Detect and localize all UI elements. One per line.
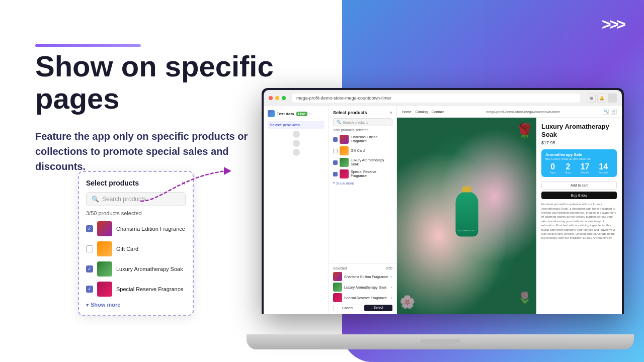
panel-selected-section: Selected 3/50 Charisma Edition Fragrance… xyxy=(329,263,396,314)
cart-nav-icon[interactable]: 🛒 xyxy=(611,109,617,115)
product-item-0[interactable]: Charisma Edition Fragrance xyxy=(86,221,186,236)
rose-decoration-1: 🌹 xyxy=(515,123,534,140)
checkbox-giftcard[interactable] xyxy=(86,245,93,252)
sidebar-menu-item-select[interactable]: Select products xyxy=(268,121,325,129)
panel-checkbox-0[interactable] xyxy=(333,137,338,142)
search-nav-icon[interactable]: 🔍 xyxy=(603,109,609,115)
product-item-2[interactable]: Luxury Aromatherapy Soak xyxy=(86,261,186,277)
browser-icon-3 xyxy=(608,94,617,103)
selected-thumb-0 xyxy=(333,272,342,281)
thumb-soak xyxy=(97,261,112,277)
panel-search-icon: 🔍 xyxy=(337,120,341,124)
browser-main: Select products × 🔍 Search products 3/50… xyxy=(329,106,622,314)
nav-contact[interactable]: Contact xyxy=(432,110,444,114)
cancel-button[interactable]: Cancel xyxy=(333,305,362,311)
product-info-price: $17.95 xyxy=(541,140,617,145)
checkbox-soak[interactable] xyxy=(86,265,93,273)
countdown-numbers: 0 Days 2 Hours 17 Minute xyxy=(545,163,613,174)
panel-search-placeholder: Search products xyxy=(343,121,368,124)
browser-chrome: mega-profit-demo-store-mega-countdown-ti… xyxy=(264,90,622,106)
panel-item-2[interactable]: Luxury Aromatherapy Soak xyxy=(333,158,392,167)
sidebar-icon-3[interactable] xyxy=(293,149,300,156)
countdown-title: Aromatherapy Sale xyxy=(545,152,613,157)
panel-thumb-1 xyxy=(340,146,349,155)
browser-icon-1: ⊞ xyxy=(587,94,596,103)
selected-remove-1[interactable]: × xyxy=(390,286,392,289)
nav-icons: 🔍 🛒 xyxy=(603,109,617,115)
card-close-button[interactable]: × xyxy=(182,179,186,187)
browser-icon-2: 🔔 xyxy=(597,94,606,103)
sidebar-icon-2[interactable] xyxy=(293,140,300,147)
selected-name-1: Luxury Aromatherapy Soak xyxy=(344,286,388,289)
panel-checkbox-2[interactable] xyxy=(333,160,338,165)
panel-checkbox-1[interactable] xyxy=(333,149,338,153)
checkbox-charisma[interactable] xyxy=(86,225,93,232)
add-to-cart-button[interactable]: Add to cart xyxy=(541,181,617,190)
countdown-widget: Aromatherapy Sale Buy Luxury Soak at 39%… xyxy=(541,149,617,177)
product-name-charisma: Charisma Edition Fragrance xyxy=(116,225,185,232)
card-header: Select products × xyxy=(86,179,186,187)
store-url: mega-profit-demo-store-mega-countdown-ti… xyxy=(448,110,599,114)
panel-header: Select products × xyxy=(333,110,392,115)
bottle-container: VICTORIA SECRET xyxy=(455,191,478,236)
card-title: Select products xyxy=(86,179,139,187)
panel-show-more[interactable]: ▾ Show more xyxy=(333,181,392,185)
panel-checkbox-3[interactable] xyxy=(333,172,338,176)
rose-decoration-3: 🌷 xyxy=(518,291,531,304)
select-panel: Select products × 🔍 Search products 3/50… xyxy=(329,106,397,314)
panel-item-name-0: Charisma Edition Fragrance xyxy=(351,135,392,144)
browser-close-dot xyxy=(269,96,273,100)
product-item-3[interactable]: Special Reserve Fragrance xyxy=(86,282,186,297)
panel-item-0[interactable]: Charisma Edition Fragrance xyxy=(333,135,392,144)
panel-selected-2: Special Reserve Fragrance × xyxy=(333,293,392,302)
bottle-label: VICTORIA SECRET xyxy=(458,229,476,231)
app-logo-icon xyxy=(268,110,275,117)
product-item-1[interactable]: Gift Card xyxy=(86,241,186,256)
arrows-decoration: >>> xyxy=(602,15,624,34)
panel-item-1[interactable]: Gift Card xyxy=(333,146,392,155)
selected-thumb-1 xyxy=(333,283,342,292)
panel-search-box[interactable]: 🔍 Search products xyxy=(333,118,392,126)
panel-selected-1: Luxury Aromatherapy Soak × xyxy=(333,283,392,292)
selected-remove-2[interactable]: × xyxy=(390,296,392,300)
store-body: VICTORIA SECRET 🌹 🌸 🌷 Luxury Aromatherap… xyxy=(397,118,622,314)
product-name-soak: Luxury Aromatherapy Soak xyxy=(116,265,183,273)
card-search-box[interactable]: 🔍 Search products xyxy=(86,192,186,206)
thumb-charisma xyxy=(97,221,112,236)
panel-item-name-3: Special Reserve Fragrance xyxy=(351,170,392,178)
selected-name-2: Special Reserve Fragrance xyxy=(344,296,388,300)
nav-home[interactable]: Home xyxy=(402,110,412,114)
panel-close-button[interactable]: × xyxy=(390,110,392,115)
panel-item-3[interactable]: Special Reserve Fragrance xyxy=(333,169,392,178)
panel-chevron-down-icon: ▾ xyxy=(333,181,335,185)
rose-decoration-2: 🌸 xyxy=(399,295,415,309)
thumb-reserve xyxy=(97,282,112,297)
panel-actions: Cancel Select xyxy=(333,305,392,311)
show-more-button[interactable]: ▾ Show more xyxy=(86,302,186,308)
browser-minimize-dot xyxy=(275,96,279,100)
laptop-notch xyxy=(420,339,460,343)
select-button[interactable]: Select xyxy=(364,305,392,311)
store-product-image: VICTORIA SECRET 🌹 🌸 🌷 xyxy=(397,118,536,314)
store-nav: Home Catalog Contact mega-profit-demo-st… xyxy=(397,106,622,118)
panel-selected-0: Charisma Edition Fragrance × xyxy=(333,272,392,281)
panel-thumb-3 xyxy=(340,169,349,178)
nav-catalog[interactable]: Catalog xyxy=(416,110,428,114)
nav-links: Home Catalog Contact xyxy=(402,110,444,114)
bottle-cap xyxy=(462,186,471,192)
sidebar-menu: Select products xyxy=(268,121,325,156)
countdown-days: 0 Days xyxy=(550,163,555,174)
panel-item-name-2: Luxury Aromatherapy Soak xyxy=(351,158,392,167)
countdown-seconds: 14 Seconds xyxy=(598,163,608,174)
accent-line xyxy=(35,44,141,47)
live-badge: Live xyxy=(296,112,307,116)
panel-thumb-2 xyxy=(340,158,349,167)
buy-now-button[interactable]: Buy it now xyxy=(541,192,617,199)
search-placeholder: Search products xyxy=(102,196,146,203)
checkbox-reserve[interactable] xyxy=(86,286,93,293)
selected-remove-0[interactable]: × xyxy=(390,275,392,279)
chevron-down-icon: ▾ xyxy=(86,302,89,308)
left-content: Show on specific pages Feature the app o… xyxy=(35,50,282,174)
sidebar-icon-1[interactable] xyxy=(293,131,300,138)
browser-url-bar: mega-profit-demo-store-mega-countdown-ti… xyxy=(292,94,580,103)
